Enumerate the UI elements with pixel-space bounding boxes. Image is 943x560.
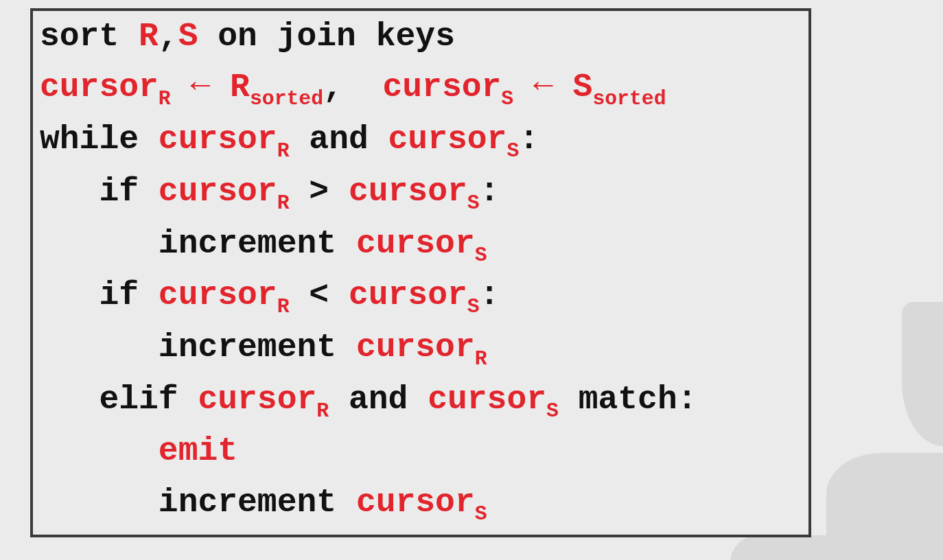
sub-S: S: [467, 191, 480, 215]
op-lt: <: [290, 277, 349, 314]
page: sort R,S on join keys cursorR ← Rsorted,…: [0, 0, 943, 560]
cursor-word: cursor: [356, 225, 475, 262]
decorative-shape: [826, 453, 943, 535]
var-cursor-S: cursorS: [428, 381, 559, 418]
text-and: and: [290, 121, 388, 158]
code-line-4: if cursorR > cursorS:: [40, 166, 802, 218]
var-S: S: [178, 18, 198, 55]
indent: [40, 484, 159, 521]
cursor-word: cursor: [388, 121, 507, 158]
sub-S: S: [475, 244, 487, 267]
code-line-6: if cursorR < cursorS:: [40, 270, 802, 322]
S-base: S: [573, 69, 593, 106]
var-cursor-S: cursorS: [349, 173, 480, 210]
text-on-join-keys: on join keys: [198, 18, 454, 55]
space: [178, 381, 198, 418]
indent: [40, 225, 159, 262]
code-line-1: sort R,S on join keys: [40, 11, 802, 62]
space: [139, 121, 159, 158]
sub-sorted: sorted: [250, 87, 323, 110]
code-line-10: increment cursorS: [40, 477, 802, 529]
cursor-word: cursor: [349, 173, 467, 210]
cursor-word: cursor: [349, 277, 467, 314]
decorative-shape: [902, 302, 943, 446]
space: [139, 277, 159, 314]
indent: [40, 329, 159, 366]
cursor-word: cursor: [382, 69, 501, 106]
code-line-2: cursorR ← Rsorted, cursorS ← Ssorted: [40, 62, 802, 114]
sub-R: R: [475, 347, 487, 371]
var-cursor-S: cursorS: [382, 69, 513, 106]
var-cursor-S: cursorS: [356, 484, 487, 521]
cursor-word: cursor: [356, 329, 475, 366]
indent: [40, 432, 159, 469]
indent: [40, 277, 99, 314]
sub-R: R: [277, 139, 290, 163]
text-and: and: [329, 381, 428, 418]
sub-R: R: [277, 191, 290, 215]
cursor-word: cursor: [159, 173, 277, 210]
op-gt: >: [290, 173, 349, 210]
text-increment: increment: [159, 329, 356, 366]
kw-sort: sort: [40, 18, 139, 55]
decorative-shape: [730, 535, 943, 560]
text-increment: increment: [159, 225, 356, 262]
sub-R: R: [277, 295, 290, 318]
sep: ,: [323, 69, 382, 106]
var-cursor-S: cursorS: [388, 121, 520, 158]
kw-emit: emit: [159, 432, 237, 469]
text-increment: increment: [159, 484, 356, 521]
colon: :: [519, 121, 539, 158]
comma: ,: [159, 18, 178, 55]
var-cursor-S: cursorS: [349, 277, 480, 314]
sub-sorted: sorted: [592, 87, 666, 110]
sub-S: S: [507, 139, 519, 163]
sub-S: S: [467, 295, 480, 318]
var-cursor-S: cursorS: [356, 225, 487, 262]
var-R: R: [139, 18, 159, 55]
cursor-word: cursor: [198, 381, 316, 418]
var-S-sorted: Ssorted: [573, 69, 666, 106]
code-line-5: increment cursorS: [40, 218, 802, 270]
code-line-9: emit: [40, 425, 802, 476]
text-match: match:: [559, 381, 697, 418]
cursor-word: cursor: [428, 381, 546, 418]
pseudocode-box: sort R,S on join keys cursorR ← Rsorted,…: [30, 8, 811, 537]
cursor-word: cursor: [159, 121, 277, 158]
code-line-3: while cursorR and cursorS:: [40, 114, 802, 166]
code-line-8: elif cursorR and cursorS match:: [40, 374, 802, 426]
var-cursor-R: cursorR: [159, 173, 290, 210]
kw-if: if: [99, 277, 139, 314]
var-cursor-R: cursorR: [198, 381, 329, 418]
indent: [40, 381, 99, 418]
var-cursor-R: cursorR: [356, 329, 487, 366]
kw-while: while: [40, 121, 139, 158]
colon: :: [480, 277, 500, 314]
var-cursor-R: cursorR: [159, 121, 290, 158]
cursor-word: cursor: [159, 277, 277, 314]
cursor-word: cursor: [356, 484, 475, 521]
kw-elif: elif: [99, 381, 178, 418]
code-line-7: increment cursorR: [40, 322, 802, 374]
assign-arrow-icon: ←: [513, 60, 572, 111]
space: [139, 173, 159, 210]
sub-R: R: [316, 399, 329, 423]
kw-if: if: [99, 173, 139, 210]
cursor-word: cursor: [40, 69, 159, 106]
sub-S: S: [501, 87, 513, 110]
var-cursor-R: cursorR: [159, 277, 290, 314]
sub-R: R: [159, 87, 171, 110]
sub-S: S: [475, 502, 487, 526]
var-cursor-R: cursorR: [40, 69, 171, 106]
R-base: R: [230, 69, 250, 106]
sub-S: S: [546, 399, 559, 423]
assign-arrow-icon: ←: [171, 60, 230, 111]
colon: :: [480, 173, 500, 210]
var-R-sorted: Rsorted: [230, 69, 323, 106]
indent: [40, 173, 99, 210]
